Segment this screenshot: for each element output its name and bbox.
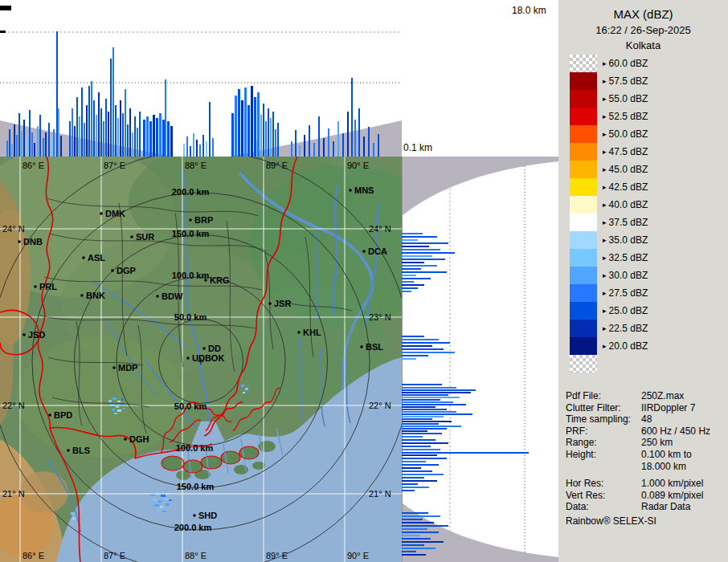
- metadata-value: Radar Data: [641, 501, 690, 513]
- scale-arrow-icon: ▸: [603, 267, 607, 284]
- station-dot: [189, 218, 192, 222]
- radar-echo-pixel: [161, 495, 166, 497]
- xz-echo-bar: [162, 120, 165, 157]
- zy-echo-bar: [402, 525, 448, 527]
- xz-echo-bar: [351, 78, 353, 157]
- radar-map: 86° E86° E87° E87° E88° E88° E89° E89° E…: [0, 157, 402, 562]
- range-ring-label: 150.0 km: [177, 482, 215, 491]
- scale-label: 42.5 dBZ: [609, 181, 648, 193]
- metadata-label: Range:: [566, 437, 641, 449]
- xz-echo-bar: [84, 123, 85, 157]
- radar-echo-pixel: [75, 515, 79, 517]
- zy-echo-bar: [402, 401, 453, 403]
- metadata-row: PRF:600 Hz / 450 Hz: [566, 426, 725, 438]
- xz-echo-bar: [304, 135, 305, 157]
- station-label: KHL: [303, 328, 321, 337]
- zy-echo-bar: [402, 442, 448, 444]
- xz-echo-bar: [122, 113, 124, 157]
- scale-swatch: [570, 284, 597, 302]
- metadata-value: 250Z.max: [641, 390, 684, 402]
- xz-echo-bar: [244, 88, 247, 157]
- lon-label: 86° E: [22, 551, 44, 560]
- xz-echo-bar: [333, 141, 334, 157]
- metadata-label: Clutter Filter:: [566, 402, 641, 414]
- scale-row: ▸37.5 dBZ: [570, 214, 648, 231]
- station-label: MDP: [118, 363, 137, 373]
- xz-echo-bar: [265, 121, 267, 157]
- scale-row: ▸55.0 dBZ: [570, 90, 648, 108]
- scale-arrow-icon: ▸: [603, 302, 607, 320]
- xz-echo-bar: [23, 120, 25, 157]
- metadata-label: Data:: [566, 501, 641, 513]
- zy-echo-bar: [402, 461, 426, 462]
- scale-label: 22.5 dBZ: [609, 323, 648, 334]
- zy-echo-bar: [402, 409, 447, 410]
- product-datetime: 16:22 / 26-Sep-2025: [558, 24, 728, 36]
- xz-echo-bar: [56, 31, 58, 157]
- xz-echo-bar: [69, 121, 71, 157]
- radar-echo-pixel: [154, 504, 159, 507]
- radar-echo-pixel: [169, 499, 172, 501]
- metadata-label: [566, 461, 641, 473]
- zy-echo-bar: [402, 399, 440, 401]
- metadata-label: PRF:: [566, 426, 641, 438]
- xz-projection-chart: [0, 0, 402, 157]
- station-dot: [112, 366, 116, 369]
- scale-swatch: [570, 337, 597, 355]
- xz-echo-bar: [196, 140, 198, 157]
- station-dot: [22, 333, 26, 336]
- zy-echo-bar: [402, 262, 424, 263]
- lat-label: 21° N: [2, 489, 25, 499]
- scale-swatch: [570, 125, 597, 143]
- metadata-value: 18.000 km: [641, 461, 686, 473]
- scale-swatch: [570, 90, 597, 108]
- xz-echo-bar: [159, 113, 162, 157]
- zy-echo-bar: [402, 544, 424, 546]
- zy-echo-bar: [402, 291, 411, 292]
- xz-echo-bar: [206, 141, 207, 157]
- scale-swatch: [570, 267, 597, 284]
- zy-echo-bar: [402, 242, 448, 244]
- xz-echo-bar: [190, 146, 191, 157]
- xz-echo-bar: [98, 92, 100, 157]
- station-label: UDBOK: [192, 353, 224, 363]
- scale-row: ▸30.0 dBZ: [570, 267, 648, 284]
- scale-row: ▸20.0 dBZ: [570, 337, 648, 355]
- zy-echo-bar: [402, 464, 439, 466]
- scale-label: 30.0 dBZ: [609, 270, 648, 281]
- xz-echo-bar: [6, 140, 8, 157]
- xz-echo-bar: [79, 116, 80, 157]
- zy-echo-bar: [402, 249, 440, 250]
- scale-arrow-icon: ▸: [603, 90, 607, 108]
- xz-echo-bar: [347, 112, 349, 157]
- xz-echo-bar: [146, 116, 149, 157]
- zy-echo-bar: [402, 470, 432, 472]
- zy-echo-bar: [402, 436, 423, 438]
- zy-echo-bar: [402, 446, 431, 447]
- station-label: DMK: [105, 209, 125, 218]
- zy-echo-bar: [402, 528, 427, 530]
- xz-echo-bar: [21, 131, 22, 157]
- scale-row: ▸45.0 dBZ: [570, 161, 648, 178]
- xz-echo-bar: [238, 89, 240, 157]
- xz-echo-bar: [18, 113, 20, 157]
- xz-echo-bar: [260, 115, 262, 157]
- station-dot: [18, 240, 21, 243]
- station-dot: [67, 449, 70, 452]
- station-label: DCA: [368, 246, 387, 256]
- scale-arrow-icon: ▸: [603, 337, 607, 355]
- scale-label: 25.0 dBZ: [609, 305, 648, 316]
- xz-echo-bar: [342, 133, 344, 157]
- metadata-label: Hor Res:: [566, 478, 641, 490]
- metadata-value: 250 km: [641, 437, 673, 449]
- zy-echo-bar: [402, 287, 418, 289]
- scale-arrow-icon: ▸: [603, 178, 607, 196]
- xz-echo-bar: [112, 47, 114, 157]
- metadata-row: Time sampling:48: [566, 413, 725, 426]
- xz-echo-bar: [9, 129, 10, 157]
- metadata-row: Hor Res:1.000 km/pixel: [566, 478, 725, 490]
- axis-tick: [0, 6, 11, 10]
- zy-echo-bar: [402, 236, 437, 238]
- site-name: Kolkata: [558, 39, 728, 51]
- zy-echo-bar: [402, 423, 439, 425]
